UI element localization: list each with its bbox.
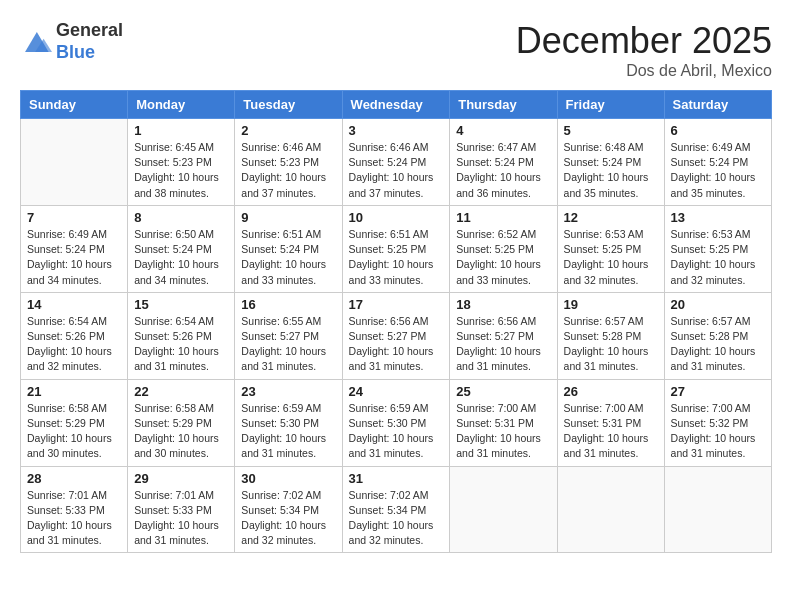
day-info: Sunrise: 6:56 AMSunset: 5:27 PMDaylight:… xyxy=(456,314,550,375)
month-year-title: December 2025 xyxy=(516,20,772,62)
calendar-day-cell: 6Sunrise: 6:49 AMSunset: 5:24 PMDaylight… xyxy=(664,119,771,206)
calendar-day-cell: 3Sunrise: 6:46 AMSunset: 5:24 PMDaylight… xyxy=(342,119,450,206)
calendar-day-cell: 11Sunrise: 6:52 AMSunset: 5:25 PMDayligh… xyxy=(450,205,557,292)
calendar-day-cell: 2Sunrise: 6:46 AMSunset: 5:23 PMDaylight… xyxy=(235,119,342,206)
day-number: 11 xyxy=(456,210,550,225)
calendar-day-cell: 18Sunrise: 6:56 AMSunset: 5:27 PMDayligh… xyxy=(450,292,557,379)
day-number: 9 xyxy=(241,210,335,225)
day-info: Sunrise: 6:53 AMSunset: 5:25 PMDaylight:… xyxy=(564,227,658,288)
calendar-day-cell: 5Sunrise: 6:48 AMSunset: 5:24 PMDaylight… xyxy=(557,119,664,206)
day-of-week-header: Sunday xyxy=(21,91,128,119)
day-number: 19 xyxy=(564,297,658,312)
calendar-day-cell xyxy=(557,466,664,553)
day-number: 28 xyxy=(27,471,121,486)
day-info: Sunrise: 7:02 AMSunset: 5:34 PMDaylight:… xyxy=(241,488,335,549)
day-number: 6 xyxy=(671,123,765,138)
day-number: 4 xyxy=(456,123,550,138)
logo-general-text: General xyxy=(56,20,123,40)
day-number: 31 xyxy=(349,471,444,486)
logo-blue-text: Blue xyxy=(56,42,95,62)
day-number: 12 xyxy=(564,210,658,225)
day-number: 23 xyxy=(241,384,335,399)
calendar-day-cell: 22Sunrise: 6:58 AMSunset: 5:29 PMDayligh… xyxy=(128,379,235,466)
day-info: Sunrise: 7:02 AMSunset: 5:34 PMDaylight:… xyxy=(349,488,444,549)
calendar-day-cell: 28Sunrise: 7:01 AMSunset: 5:33 PMDayligh… xyxy=(21,466,128,553)
calendar-day-cell: 12Sunrise: 6:53 AMSunset: 5:25 PMDayligh… xyxy=(557,205,664,292)
day-info: Sunrise: 6:57 AMSunset: 5:28 PMDaylight:… xyxy=(564,314,658,375)
calendar-day-cell: 25Sunrise: 7:00 AMSunset: 5:31 PMDayligh… xyxy=(450,379,557,466)
calendar-day-cell xyxy=(450,466,557,553)
day-of-week-header: Monday xyxy=(128,91,235,119)
day-number: 2 xyxy=(241,123,335,138)
day-number: 21 xyxy=(27,384,121,399)
day-number: 13 xyxy=(671,210,765,225)
calendar-day-cell: 26Sunrise: 7:00 AMSunset: 5:31 PMDayligh… xyxy=(557,379,664,466)
day-info: Sunrise: 6:54 AMSunset: 5:26 PMDaylight:… xyxy=(27,314,121,375)
calendar-day-cell xyxy=(664,466,771,553)
calendar-week-row: 28Sunrise: 7:01 AMSunset: 5:33 PMDayligh… xyxy=(21,466,772,553)
calendar-day-cell: 17Sunrise: 6:56 AMSunset: 5:27 PMDayligh… xyxy=(342,292,450,379)
calendar-day-cell: 19Sunrise: 6:57 AMSunset: 5:28 PMDayligh… xyxy=(557,292,664,379)
day-info: Sunrise: 6:46 AMSunset: 5:23 PMDaylight:… xyxy=(241,140,335,201)
day-number: 15 xyxy=(134,297,228,312)
day-number: 30 xyxy=(241,471,335,486)
calendar-day-cell: 20Sunrise: 6:57 AMSunset: 5:28 PMDayligh… xyxy=(664,292,771,379)
day-info: Sunrise: 6:49 AMSunset: 5:24 PMDaylight:… xyxy=(27,227,121,288)
calendar-day-cell: 13Sunrise: 6:53 AMSunset: 5:25 PMDayligh… xyxy=(664,205,771,292)
calendar-day-cell: 16Sunrise: 6:55 AMSunset: 5:27 PMDayligh… xyxy=(235,292,342,379)
calendar-week-row: 21Sunrise: 6:58 AMSunset: 5:29 PMDayligh… xyxy=(21,379,772,466)
calendar-week-row: 1Sunrise: 6:45 AMSunset: 5:23 PMDaylight… xyxy=(21,119,772,206)
calendar-day-cell: 15Sunrise: 6:54 AMSunset: 5:26 PMDayligh… xyxy=(128,292,235,379)
day-info: Sunrise: 6:57 AMSunset: 5:28 PMDaylight:… xyxy=(671,314,765,375)
day-info: Sunrise: 6:49 AMSunset: 5:24 PMDaylight:… xyxy=(671,140,765,201)
day-number: 27 xyxy=(671,384,765,399)
day-info: Sunrise: 6:59 AMSunset: 5:30 PMDaylight:… xyxy=(241,401,335,462)
calendar-day-cell: 29Sunrise: 7:01 AMSunset: 5:33 PMDayligh… xyxy=(128,466,235,553)
day-info: Sunrise: 6:48 AMSunset: 5:24 PMDaylight:… xyxy=(564,140,658,201)
day-number: 18 xyxy=(456,297,550,312)
day-number: 25 xyxy=(456,384,550,399)
calendar-day-cell: 21Sunrise: 6:58 AMSunset: 5:29 PMDayligh… xyxy=(21,379,128,466)
day-info: Sunrise: 7:00 AMSunset: 5:32 PMDaylight:… xyxy=(671,401,765,462)
calendar-day-cell xyxy=(21,119,128,206)
logo-icon xyxy=(20,28,52,56)
day-info: Sunrise: 6:51 AMSunset: 5:24 PMDaylight:… xyxy=(241,227,335,288)
page-header: General Blue December 2025 Dos de Abril,… xyxy=(20,20,772,80)
day-number: 17 xyxy=(349,297,444,312)
day-number: 29 xyxy=(134,471,228,486)
location-subtitle: Dos de Abril, Mexico xyxy=(516,62,772,80)
day-number: 8 xyxy=(134,210,228,225)
day-of-week-header: Saturday xyxy=(664,91,771,119)
day-info: Sunrise: 6:50 AMSunset: 5:24 PMDaylight:… xyxy=(134,227,228,288)
day-info: Sunrise: 6:55 AMSunset: 5:27 PMDaylight:… xyxy=(241,314,335,375)
calendar-day-cell: 24Sunrise: 6:59 AMSunset: 5:30 PMDayligh… xyxy=(342,379,450,466)
day-of-week-header: Wednesday xyxy=(342,91,450,119)
day-number: 7 xyxy=(27,210,121,225)
day-number: 10 xyxy=(349,210,444,225)
day-number: 16 xyxy=(241,297,335,312)
day-info: Sunrise: 7:00 AMSunset: 5:31 PMDaylight:… xyxy=(564,401,658,462)
calendar-day-cell: 9Sunrise: 6:51 AMSunset: 5:24 PMDaylight… xyxy=(235,205,342,292)
calendar-day-cell: 10Sunrise: 6:51 AMSunset: 5:25 PMDayligh… xyxy=(342,205,450,292)
calendar-day-cell: 14Sunrise: 6:54 AMSunset: 5:26 PMDayligh… xyxy=(21,292,128,379)
calendar-day-cell: 23Sunrise: 6:59 AMSunset: 5:30 PMDayligh… xyxy=(235,379,342,466)
day-number: 1 xyxy=(134,123,228,138)
day-number: 14 xyxy=(27,297,121,312)
day-number: 20 xyxy=(671,297,765,312)
day-number: 22 xyxy=(134,384,228,399)
calendar-week-row: 14Sunrise: 6:54 AMSunset: 5:26 PMDayligh… xyxy=(21,292,772,379)
calendar-day-cell: 8Sunrise: 6:50 AMSunset: 5:24 PMDaylight… xyxy=(128,205,235,292)
calendar-day-cell: 27Sunrise: 7:00 AMSunset: 5:32 PMDayligh… xyxy=(664,379,771,466)
day-info: Sunrise: 6:59 AMSunset: 5:30 PMDaylight:… xyxy=(349,401,444,462)
day-info: Sunrise: 7:01 AMSunset: 5:33 PMDaylight:… xyxy=(27,488,121,549)
calendar-day-cell: 1Sunrise: 6:45 AMSunset: 5:23 PMDaylight… xyxy=(128,119,235,206)
calendar-day-cell: 31Sunrise: 7:02 AMSunset: 5:34 PMDayligh… xyxy=(342,466,450,553)
day-info: Sunrise: 6:51 AMSunset: 5:25 PMDaylight:… xyxy=(349,227,444,288)
calendar-day-cell: 7Sunrise: 6:49 AMSunset: 5:24 PMDaylight… xyxy=(21,205,128,292)
day-info: Sunrise: 6:58 AMSunset: 5:29 PMDaylight:… xyxy=(27,401,121,462)
day-info: Sunrise: 6:56 AMSunset: 5:27 PMDaylight:… xyxy=(349,314,444,375)
calendar-table: SundayMondayTuesdayWednesdayThursdayFrid… xyxy=(20,90,772,553)
calendar-day-cell: 30Sunrise: 7:02 AMSunset: 5:34 PMDayligh… xyxy=(235,466,342,553)
day-info: Sunrise: 6:58 AMSunset: 5:29 PMDaylight:… xyxy=(134,401,228,462)
calendar-week-row: 7Sunrise: 6:49 AMSunset: 5:24 PMDaylight… xyxy=(21,205,772,292)
